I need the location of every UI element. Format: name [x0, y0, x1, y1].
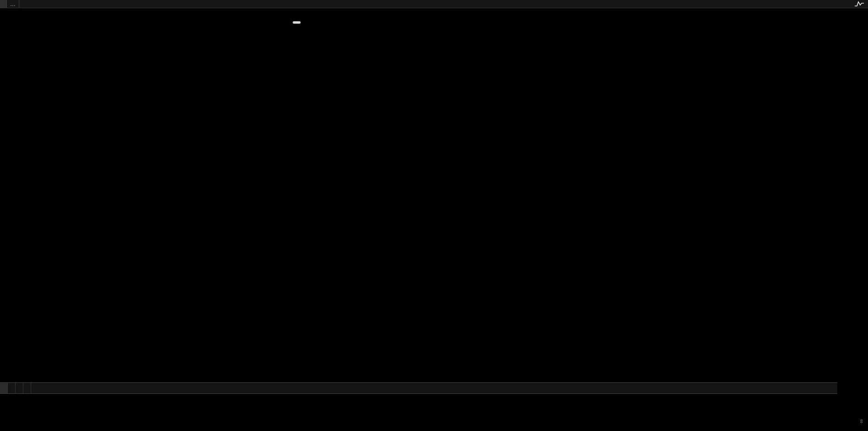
symbol-cell[interactable]	[0, 0, 7, 8]
chart-overlay-labels: ⇳	[0, 0, 868, 431]
volume-study-label[interactable]	[0, 383, 8, 393]
axis-resize-handle[interactable]: ⇳	[859, 418, 864, 425]
volume-value	[8, 383, 16, 393]
chart-header-toolbar: …	[0, 0, 868, 8]
volume-pane-header	[0, 382, 837, 394]
toolbar-spacer	[19, 0, 851, 8]
chart-style-icon[interactable]	[851, 0, 868, 8]
open-interest-study-label[interactable]	[16, 383, 23, 393]
studies-overflow-ellipsis[interactable]: …	[7, 0, 19, 8]
open-interest-value	[23, 383, 31, 393]
trading-app-window: … ⇳	[0, 0, 868, 431]
high-price-tooltip	[293, 21, 301, 24]
